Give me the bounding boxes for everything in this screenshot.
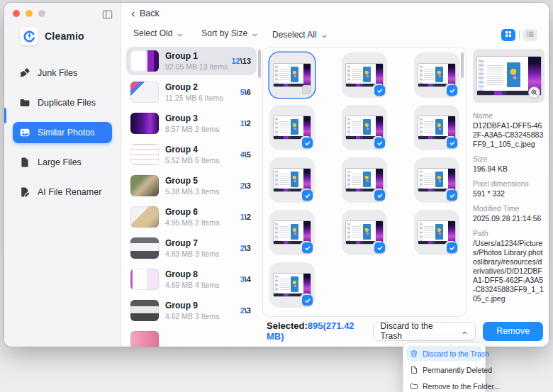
group-row[interactable]: Group 1 92.05 MB 13 Items 12\13 — [126, 47, 257, 75]
photo-item[interactable] — [269, 157, 315, 203]
active-item-edge-indicator — [4, 108, 6, 123]
group-row[interactable] — [126, 327, 257, 347]
sidebar-item[interactable]: Similar Photos — [13, 122, 112, 143]
group-selection-count: 3\4 — [240, 275, 251, 284]
group-meta: 4.95 MB 2 Items — [165, 218, 219, 227]
checkbox-unchecked[interactable] — [302, 85, 311, 94]
deselect-all-label: Deselect All — [272, 30, 317, 40]
metadata-field: Name D12DBFA1-DFF5-462F-A3A5-C83245883FF… — [473, 111, 544, 149]
checkbox-checked-icon[interactable] — [374, 190, 385, 201]
grid-view-button[interactable] — [501, 29, 515, 41]
list-view-button[interactable] — [523, 29, 537, 41]
photo-item[interactable] — [269, 262, 315, 308]
photo-item[interactable] — [414, 157, 459, 203]
chevron-left-icon — [130, 10, 137, 17]
zoom-window-button[interactable] — [38, 10, 45, 17]
menu-item[interactable]: Remove to the Folder... — [406, 379, 482, 392]
sidebar-item-label: Duplicate Files — [38, 98, 96, 108]
group-meta: 4.69 MB 4 Items — [165, 281, 219, 289]
remove-button[interactable]: Remove — [483, 322, 543, 341]
group-list-scrollbar[interactable] — [258, 50, 261, 78]
checkbox-checked-icon[interactable] — [374, 242, 385, 253]
checkbox-checked-icon[interactable] — [447, 138, 457, 148]
main-content: Back Select Old Sort by Size — [121, 3, 549, 347]
group-row[interactable]: Group 2 11.25 MB 6 Items 5\6 — [126, 78, 257, 106]
group-name: Group 2 — [165, 82, 223, 92]
photo-item[interactable] — [269, 210, 315, 255]
checkbox-checked-icon[interactable] — [302, 190, 313, 201]
toggle-divider — [519, 30, 520, 39]
desktop-background: Cleamio Junk Files Duplicate Files — [0, 0, 553, 392]
group-meta: 8.57 MB 2 Items — [165, 125, 219, 133]
sidebar-item[interactable]: AI File Renamer — [13, 181, 112, 203]
group-selection-count: 1\2 — [240, 213, 251, 221]
photo-item[interactable] — [269, 52, 315, 98]
group-row[interactable]: Group 9 4.62 MB 3 Items 2\3 — [126, 296, 257, 325]
checkbox-checked-icon[interactable] — [374, 85, 385, 96]
checkbox-checked-icon[interactable] — [302, 138, 313, 148]
photo-item[interactable] — [414, 105, 459, 150]
photo-item[interactable] — [269, 105, 315, 150]
photo-thumbnail — [418, 220, 456, 245]
minimize-window-button[interactable] — [26, 10, 33, 17]
chevron-down-icon — [321, 32, 328, 38]
checkbox-checked-icon[interactable] — [447, 85, 457, 96]
photo-thumbnail — [418, 63, 456, 87]
checkbox-checked-icon[interactable] — [302, 242, 313, 253]
sidebar-item[interactable]: Junk Files — [13, 62, 112, 84]
group-text: Group 9 4.62 MB 3 Items — [165, 301, 219, 320]
sidebar-item-icon — [19, 127, 30, 138]
magnifier-icon[interactable] — [528, 86, 540, 99]
photo-thumbnail — [273, 273, 311, 297]
select-old-dropdown[interactable]: Select Old — [133, 28, 183, 38]
group-row[interactable]: Group 4 5.52 MB 5 Items 4\5 — [126, 140, 257, 169]
photo-item[interactable] — [342, 105, 387, 150]
group-text: Group 8 4.69 MB 4 Items — [165, 269, 219, 289]
chevron-up-icon — [462, 328, 468, 335]
checkbox-checked-icon[interactable] — [447, 242, 457, 253]
sidebar-nav: Junk Files Duplicate Files Similar Photo… — [4, 62, 121, 203]
checkbox-checked-icon[interactable] — [374, 138, 385, 148]
sidebar-item[interactable]: Duplicate Files — [13, 92, 112, 113]
group-name: Group 3 — [165, 113, 219, 123]
metadata-value: 196.94 KB — [473, 164, 544, 174]
action-dropdown-button[interactable]: Discard to the Trash — [373, 322, 476, 341]
photo-item[interactable] — [342, 210, 387, 255]
list-view-icon — [526, 28, 535, 41]
photo-item[interactable] — [414, 52, 459, 98]
checkbox-checked-icon[interactable] — [447, 190, 457, 201]
photo-thumbnail — [273, 168, 311, 192]
selected-summary: Selected:895(271.42 MB) — [267, 320, 373, 342]
sidebar-item-icon — [19, 186, 30, 198]
checkbox-checked-icon[interactable] — [302, 295, 313, 306]
sort-by-dropdown[interactable]: Sort by Size — [201, 28, 258, 38]
photo-thumbnail — [273, 116, 311, 140]
group-row[interactable]: Group 7 4.83 MB 3 Items 2\3 — [126, 234, 257, 262]
group-row[interactable]: Group 3 8.57 MB 2 Items 1\2 — [126, 109, 257, 138]
deselect-all-dropdown[interactable]: Deselect All — [272, 30, 328, 40]
group-selection-count: 5\6 — [240, 88, 251, 96]
sidebar-toggle-icon[interactable] — [101, 9, 113, 21]
close-window-button[interactable] — [13, 10, 20, 17]
group-row[interactable]: Group 8 4.69 MB 4 Items 3\4 — [126, 265, 257, 293]
group-row[interactable]: Group 6 4.95 MB 2 Items 1\2 — [126, 203, 257, 231]
group-text: Group 1 92.05 MB 13 Items — [165, 51, 228, 71]
photo-grid-scrollbar[interactable] — [461, 52, 464, 78]
group-row[interactable]: Group 5 5.38 MB 3 Items 2\3 — [126, 172, 257, 200]
group-panel-header: Select Old Sort by Size — [125, 24, 261, 43]
menu-item[interactable]: Discard to the Trash — [406, 346, 482, 361]
back-button[interactable]: Back — [130, 9, 160, 18]
photo-item[interactable] — [414, 210, 459, 255]
group-meta: 5.52 MB 5 Items — [165, 156, 219, 164]
menu-item-label: Discard to the Trash — [423, 349, 489, 358]
photo-item[interactable] — [342, 157, 387, 203]
menu-item-label: Permanently Deleted — [423, 366, 492, 374]
sidebar-item-icon — [19, 157, 30, 168]
app-window: Cleamio Junk Files Duplicate Files — [4, 3, 549, 347]
sidebar-item[interactable]: Large Files — [13, 152, 112, 173]
back-label: Back — [140, 9, 160, 18]
menu-item[interactable]: Permanently Deleted — [406, 362, 482, 377]
metadata-label: Pixel dimensions — [473, 179, 544, 188]
group-selection-count: 2\3 — [240, 244, 251, 252]
photo-item[interactable] — [342, 52, 387, 98]
